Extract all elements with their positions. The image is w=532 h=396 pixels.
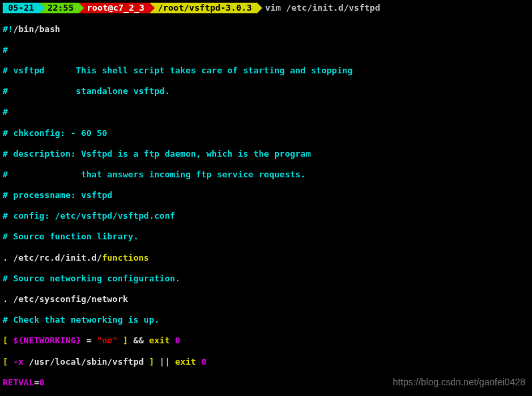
bracket: [ — [3, 357, 8, 367]
watermark: https://blog.csdn.net/gaofei0428 — [393, 377, 525, 388]
comment: # standalone vsftpd. — [3, 86, 529, 97]
vim-editor-content[interactable]: #!/bin/bash # # vsftpd This shell script… — [3, 13, 529, 396]
comment: # Source function library. — [3, 231, 529, 242]
comment: # that answers incoming ftp service requ… — [3, 169, 529, 180]
shebang-hash: #! — [3, 24, 13, 34]
shebang-path: /bin/bash — [13, 24, 60, 34]
comment: # Source networking configuration. — [3, 273, 529, 284]
comment: # vsftpd This shell script takes care of… — [3, 65, 529, 76]
source-cmd: . /etc/rc.d/init.d/ — [3, 253, 102, 263]
bracket: ] — [149, 357, 154, 367]
comment: # — [3, 45, 529, 55]
comment: # config: /etc/vsftpd/vsftpd.conf — [3, 211, 529, 221]
comment: # processname: vsftpd — [3, 190, 529, 201]
number: 0 — [170, 335, 180, 345]
prompt-date: 05-21 — [3, 3, 39, 13]
op: = — [81, 335, 96, 345]
source-cmd: . /etc/sysconfig/network — [3, 294, 529, 305]
comment: # description: Vsftpd is a ftp daemon, w… — [3, 149, 529, 159]
keyword: exit — [149, 335, 170, 345]
path: /usr/local/sbin/vsftpd — [23, 357, 149, 367]
variable: ${NETWORKING} — [8, 335, 81, 345]
flag: -x — [8, 357, 23, 367]
string: "no" — [97, 335, 117, 345]
prompt-cwd: /root/vsftpd-3.0.3 — [150, 3, 257, 13]
prompt-userhost: root@c7_2_3 — [79, 3, 150, 13]
prompt-time: 22:55 — [39, 3, 79, 13]
comment: # — [3, 107, 529, 117]
comment: # chkconfig: - 60 50 — [3, 128, 529, 139]
shell-prompt: 05-21 22:55 root@c7_2_3 /root/vsftpd-3.0… — [3, 3, 529, 13]
keyword: functions — [102, 253, 149, 263]
op: = — [34, 377, 39, 387]
number: 0 — [39, 377, 45, 387]
varname: RETVAL — [3, 377, 34, 387]
op: && — [128, 335, 149, 345]
keyword: exit — [175, 357, 196, 367]
bracket: ] — [117, 335, 128, 345]
bracket: [ — [3, 335, 8, 345]
comment: # Check that networking is up. — [3, 315, 529, 325]
number: 0 — [196, 357, 207, 367]
op: || — [154, 357, 175, 367]
prompt-command[interactable]: vim /etc/init.d/vsftpd — [265, 3, 380, 13]
